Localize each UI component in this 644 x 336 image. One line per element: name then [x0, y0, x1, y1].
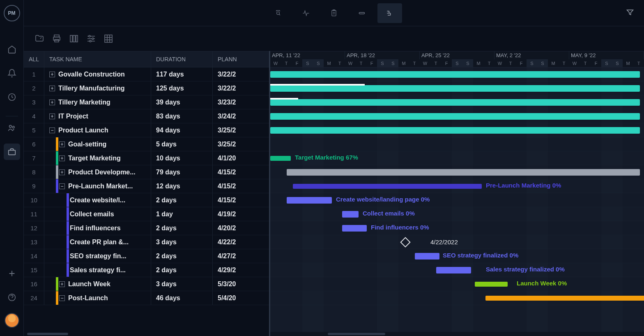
gantt-bar[interactable]	[270, 127, 640, 134]
gantt-row[interactable]	[270, 165, 644, 179]
col-header-planned[interactable]: PLANN	[213, 51, 269, 67]
gantt-bar[interactable]	[436, 267, 471, 273]
gantt-bar[interactable]	[287, 197, 332, 204]
task-name-cell[interactable]: +Goal-setting	[44, 137, 151, 151]
briefcase-icon[interactable]	[4, 144, 20, 160]
col-header-duration[interactable]: DURATION	[151, 51, 213, 67]
gantt-row[interactable]: 4/22/2022	[270, 235, 644, 249]
columns-icon[interactable]	[68, 33, 80, 44]
task-row[interactable]: 10Create website/l...2 days4/15/2	[24, 193, 269, 207]
gantt-row[interactable]: Find influencers 0%	[270, 221, 644, 235]
expand-icon[interactable]: +	[49, 72, 55, 77]
task-row[interactable]: 3+Tillery Marketing39 days3/23/2	[24, 95, 269, 109]
gantt-row[interactable]	[270, 81, 644, 95]
expand-icon[interactable]: +	[59, 141, 65, 147]
gantt-bar[interactable]	[475, 282, 508, 287]
expand-icon[interactable]: +	[59, 281, 65, 287]
gantt-row[interactable]: SEO strategy finalized 0%	[270, 249, 644, 263]
task-row[interactable]: 15Sales strategy fi...2 days4/29/2	[24, 263, 269, 277]
gantt-bar[interactable]	[270, 85, 640, 92]
plus-icon[interactable]	[4, 265, 20, 282]
logo[interactable]: PM	[4, 5, 20, 21]
gantt-bar[interactable]	[293, 184, 482, 189]
grid-scrollbar-thumb[interactable]	[27, 333, 68, 335]
link-icon[interactable]	[350, 3, 374, 23]
task-row[interactable]: 24−Post-Launch46 days5/4/20	[24, 291, 269, 305]
collapse-icon[interactable]: −	[59, 183, 65, 189]
task-row[interactable]: 5−Product Launch94 days3/25/2	[24, 123, 269, 137]
task-name-cell[interactable]: Collect emails	[44, 207, 151, 221]
gantt-scrollbar[interactable]	[270, 332, 644, 336]
collapse-icon[interactable]: −	[49, 127, 55, 133]
task-name-cell[interactable]: Sales strategy fi...	[44, 263, 151, 277]
expand-icon[interactable]: +	[59, 169, 65, 175]
expand-icon[interactable]: +	[49, 114, 55, 119]
gantt-scrollbar-thumb[interactable]	[328, 333, 385, 335]
task-name-cell[interactable]: Create website/l...	[44, 193, 151, 207]
gantt-view-icon[interactable]	[377, 3, 402, 23]
bell-icon[interactable]	[4, 65, 20, 81]
filter-icon[interactable]	[626, 8, 634, 18]
gantt-row[interactable]	[270, 137, 644, 151]
gantt-row[interactable]: Target Marketing 67%	[270, 151, 644, 165]
help-icon[interactable]	[4, 289, 20, 306]
milestone-diamond[interactable]	[400, 237, 410, 247]
task-row[interactable]: 12Find influencers2 days4/20/2	[24, 221, 269, 235]
gantt-bar[interactable]	[485, 296, 644, 301]
expand-icon[interactable]: +	[49, 86, 55, 91]
clipboard-icon[interactable]	[322, 3, 346, 23]
gantt-bar[interactable]	[270, 113, 640, 120]
task-name-cell[interactable]: +Tillery Manufacturing	[44, 81, 151, 95]
gantt-rows[interactable]: Target Marketing 67%Pre-Launch Marketing…	[270, 67, 644, 332]
gantt-row[interactable]: Collect emails 0%	[270, 207, 644, 221]
task-name-cell[interactable]: −Product Launch	[44, 123, 151, 137]
task-name-cell[interactable]: +Launch Week	[44, 277, 151, 291]
task-row[interactable]: 1+Govalle Construction117 days3/22/2	[24, 67, 269, 81]
task-name-cell[interactable]: −Pre-Launch Market...	[44, 179, 151, 193]
task-row[interactable]: 4+IT Project83 days3/24/2	[24, 109, 269, 123]
clock-icon[interactable]	[4, 89, 20, 105]
task-name-cell[interactable]: +Product Developme...	[44, 165, 151, 179]
task-name-cell[interactable]: +Tillery Marketing	[44, 95, 151, 109]
expand-icon[interactable]: +	[49, 100, 55, 105]
team-icon[interactable]	[4, 120, 20, 136]
print-icon[interactable]	[51, 33, 62, 44]
task-row[interactable]: 13Create PR plan &...3 days4/22/2	[24, 235, 269, 249]
gantt-row[interactable]: Create website/landing page 0%	[270, 193, 644, 207]
gantt-row[interactable]	[270, 95, 644, 109]
collapse-icon[interactable]: −	[59, 295, 65, 301]
task-name-cell[interactable]: +IT Project	[44, 109, 151, 123]
gantt-bar[interactable]	[270, 99, 640, 106]
task-name-cell[interactable]: +Target Marketing	[44, 151, 151, 165]
gantt-bar[interactable]	[287, 169, 640, 176]
task-name-cell[interactable]: −Post-Launch	[44, 291, 151, 305]
task-row[interactable]: 6+Goal-setting5 days3/25/2	[24, 137, 269, 151]
task-row[interactable]: 14SEO strategy fin...2 days4/27/2	[24, 249, 269, 263]
gantt-row[interactable]	[270, 109, 644, 123]
col-header-name[interactable]: TASK NAME	[44, 51, 151, 67]
avatar[interactable]	[5, 313, 19, 328]
sliders-icon[interactable]	[85, 33, 97, 44]
gantt-row[interactable]	[270, 291, 644, 305]
task-row[interactable]: 8+Product Developme...79 days4/15/2	[24, 165, 269, 179]
col-header-all[interactable]: ALL	[24, 51, 44, 67]
gantt-bar[interactable]	[270, 71, 640, 78]
gantt-row[interactable]: Pre-Launch Marketing 0%	[270, 179, 644, 193]
task-row[interactable]: 7+Target Marketing10 days4/1/20	[24, 151, 269, 165]
task-name-cell[interactable]: Create PR plan &...	[44, 235, 151, 249]
task-name-cell[interactable]: Find influencers	[44, 221, 151, 235]
gantt-bar[interactable]	[342, 211, 359, 218]
gantt-row[interactable]	[270, 67, 644, 81]
gantt-bar[interactable]	[270, 156, 291, 161]
task-name-cell[interactable]: SEO strategy fin...	[44, 249, 151, 263]
task-row[interactable]: 11Collect emails1 day4/19/2	[24, 207, 269, 221]
gantt-row[interactable]: Launch Week 0%	[270, 277, 644, 291]
gantt-bar[interactable]	[342, 225, 367, 232]
grid-icon[interactable]	[103, 33, 114, 44]
task-row[interactable]: 16+Launch Week3 days5/3/20	[24, 277, 269, 291]
task-row[interactable]: 2+Tillery Manufacturing125 days3/22/2	[24, 81, 269, 95]
gantt-row[interactable]: Sales strategy finalized 0%	[270, 263, 644, 277]
activity-icon[interactable]	[294, 3, 318, 23]
task-row[interactable]: 9−Pre-Launch Market...12 days4/15/2	[24, 179, 269, 193]
expand-icon[interactable]: +	[59, 155, 65, 161]
